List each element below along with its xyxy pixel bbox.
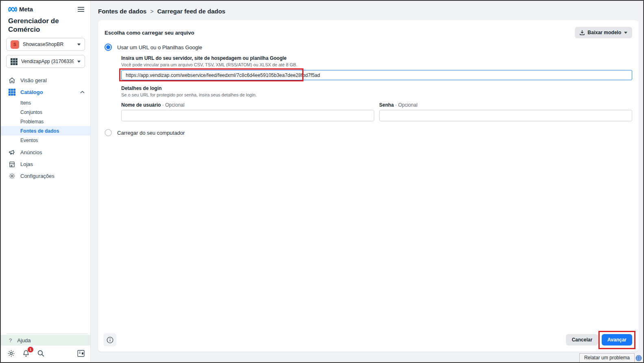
megaphone-icon <box>8 149 15 155</box>
sidebar-item-label: Catálogo <box>20 89 43 95</box>
download-icon <box>580 30 585 35</box>
sidebar-bottom: ? Ajuda 1 <box>1 334 90 362</box>
sidebar: Meta Gerenciador de Comércio S ShowcaseS… <box>1 1 91 362</box>
gear-icon <box>8 173 15 179</box>
report-problem-button[interactable]: Relatar um problema <box>579 353 635 362</box>
section-title: Escolha como carregar seu arquivo <box>105 27 194 36</box>
app-selector[interactable]: VendizapApp (317063391403... <box>6 55 85 68</box>
help-button[interactable]: ? Ajuda <box>1 335 90 346</box>
option-computer-label: Carregar do seu computador <box>117 130 185 136</box>
divider <box>7 334 88 334</box>
sidebar-item-anuncios[interactable]: Anúncios <box>1 147 90 158</box>
business-name: ShowcaseShopBR <box>23 42 74 47</box>
username-input[interactable] <box>121 110 374 121</box>
storefront-icon <box>8 161 15 168</box>
business-selector[interactable]: S ShowcaseShopBR <box>6 38 85 51</box>
download-template-button[interactable]: Baixar modelo <box>575 27 632 38</box>
breadcrumb: Fontes de dados > Carregar feed de dados <box>91 1 644 20</box>
caret-down-icon <box>77 61 81 63</box>
info-icon <box>107 337 114 343</box>
home-icon <box>8 77 15 84</box>
catalog-grid-icon <box>8 89 15 96</box>
notifications-bell-icon[interactable]: 1 <box>22 350 30 357</box>
password-label: Senha <box>379 102 394 108</box>
sidebar-item-lojas[interactable]: Lojas <box>1 158 90 170</box>
meta-infinity-icon <box>8 7 17 12</box>
commerce-manager-window: Meta Gerenciador de Comércio S ShowcaseS… <box>0 0 644 363</box>
feed-url-input[interactable] <box>121 70 632 80</box>
meta-wordmark: Meta <box>19 6 33 13</box>
sidebar-item-configuracoes[interactable]: Configurações <box>1 170 90 182</box>
breadcrumb-fontes-de-dados[interactable]: Fontes de dados <box>98 8 146 15</box>
app-title: Gerenciador de Comércio <box>1 13 70 34</box>
sidebar-toggle-icon[interactable] <box>77 350 85 357</box>
app-grid-icon <box>11 58 17 65</box>
password-optional: · Opcional <box>395 102 417 108</box>
hamburger-menu-icon[interactable] <box>77 7 85 12</box>
breadcrumb-carregar-feed: Carregar feed de dados <box>157 8 225 15</box>
sidebar-item-eventos[interactable]: Eventos <box>1 136 90 145</box>
radio-upload-from-computer[interactable] <box>105 129 112 136</box>
cancel-button[interactable]: Cancelar <box>566 334 598 346</box>
chevron-right-icon: > <box>150 8 153 15</box>
settings-gear-icon[interactable] <box>7 350 15 357</box>
sidebar-item-problemas[interactable]: Problemas <box>1 117 90 126</box>
sidebar-nav: Visão geral Catálogo Itens Conjuntos Pro… <box>1 74 90 182</box>
info-button[interactable] <box>103 333 116 346</box>
search-icon[interactable] <box>37 350 45 357</box>
sidebar-item-label: Anúncios <box>20 149 42 155</box>
sidebar-item-label: Lojas <box>20 161 33 167</box>
username-label: Nome de usuário <box>121 102 161 108</box>
sidebar-item-label: Configurações <box>20 173 55 179</box>
main-area: Fontes de dados > Carregar feed de dados… <box>91 1 644 362</box>
url-field-hint: Você pode vincular para um arquivo CSV, … <box>121 62 632 67</box>
sidebar-item-fontes-de-dados[interactable]: Fontes de dados <box>1 126 90 136</box>
password-input[interactable] <box>379 110 632 121</box>
sidebar-item-visao-geral[interactable]: Visão geral <box>1 74 90 86</box>
notification-badge: 1 <box>28 347 33 352</box>
question-mark-icon: ? <box>9 337 12 343</box>
chevron-up-icon <box>80 91 85 94</box>
caret-down-icon <box>624 32 627 34</box>
catalog-submenu: Itens Conjuntos Problemas Fontes de dado… <box>1 98 90 145</box>
download-template-label: Baixar modelo <box>587 30 621 35</box>
help-label: Ajuda <box>17 337 31 343</box>
sidebar-item-catalogo[interactable]: Catálogo <box>1 86 90 98</box>
next-button[interactable]: Avançar <box>602 334 632 346</box>
sidebar-item-label: Visão geral <box>20 77 47 83</box>
caret-down-icon <box>77 44 81 46</box>
username-optional: · Opcional <box>162 102 185 108</box>
meta-logo: Meta <box>8 6 33 13</box>
sidebar-item-itens[interactable]: Itens <box>1 98 90 107</box>
login-details-hint: Se o seu URL for protegido por senha, in… <box>121 92 632 97</box>
globe-icon[interactable] <box>635 355 642 361</box>
option-url-label: Usar um URL ou o Planilhas Google <box>117 44 202 50</box>
app-name: VendizapApp (317063391403... <box>21 59 74 64</box>
business-avatar: S <box>11 40 19 49</box>
radio-use-url[interactable] <box>105 44 112 51</box>
login-details-title: Detalhes de login <box>121 85 632 91</box>
sidebar-item-conjuntos[interactable]: Conjuntos <box>1 107 90 117</box>
url-field-label: Insira um URL do seu servidor, site de h… <box>121 55 632 61</box>
upload-card: Escolha como carregar seu arquivo Baixar… <box>98 20 639 352</box>
